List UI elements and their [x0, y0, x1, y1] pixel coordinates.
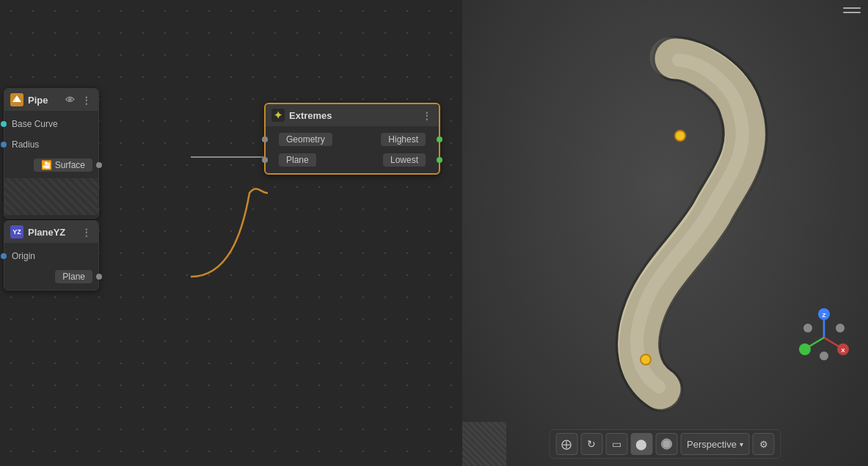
svg-point-8 [799, 343, 811, 355]
planeyz-origin-row: Origin [4, 246, 98, 266]
svg-marker-0 [12, 95, 21, 102]
pipe-base-curve-socket[interactable] [1, 121, 7, 127]
node-extremes[interactable]: ✦ Extremes ⋮ Geometry Highest Plane Lowe… [264, 103, 440, 175]
node-editor: Pipe 👁 ⋮ Base Curve Radius 🎦 Surface [0, 0, 462, 466]
pipe-visibility-icon[interactable]: 👁 [63, 93, 76, 106]
pipe-surface-btn[interactable]: 🎦 Surface [34, 159, 92, 172]
pipe-marker-bottom [641, 354, 651, 365]
viewport-shading-render-btn[interactable] [655, 433, 677, 455]
viewport-fullscreen-btn[interactable]: ▭ [605, 433, 627, 455]
planeyz-origin-label: Origin [4, 251, 43, 261]
svg-text:Z: Z [823, 312, 826, 318]
pipe-radius-label: Radius [4, 139, 46, 150]
extremes-geometry-row: Geometry Highest [266, 129, 439, 150]
extremes-plane-btn[interactable]: Plane [279, 153, 316, 167]
pipe-radius-socket[interactable] [1, 142, 7, 148]
pipe-surface-socket[interactable] [96, 162, 102, 168]
extremes-geometry-socket[interactable] [262, 136, 268, 142]
planeyz-header: YZ PlaneYZ ⋮ [4, 221, 98, 243]
ham-line-2 [843, 12, 861, 13]
extremes-lowest-socket[interactable] [437, 157, 442, 163]
gizmo-svg: Z X [795, 308, 853, 367]
pipe-icon [10, 93, 23, 106]
perspective-label: Perspective [687, 439, 737, 450]
extremes-icon: ✦ [271, 109, 285, 122]
planeyz-plane-socket[interactable] [96, 274, 102, 280]
viewport-cursor-btn[interactable]: ⨁ [555, 433, 577, 455]
pipe-menu-icon[interactable]: ⋮ [79, 93, 92, 106]
pipe-body: Base Curve Radius 🎦 Surface [4, 111, 98, 218]
pipe-actions: 👁 ⋮ [63, 93, 92, 106]
viewport-shading-solid-btn[interactable]: ⬤ [630, 433, 652, 455]
planeyz-body: Origin Plane [4, 243, 98, 290]
node-planeyz[interactable]: YZ PlaneYZ ⋮ Origin Plane [4, 220, 99, 291]
pipe-base-curve-label: Base Curve [4, 119, 65, 129]
extremes-title: Extremes [289, 110, 332, 121]
extremes-body: Geometry Highest Plane Lowest [266, 126, 439, 173]
viewport-hamburger[interactable] [843, 7, 861, 13]
viewport-settings-btn[interactable]: ⚙ [753, 433, 775, 455]
pipe-radius-row: Radius [4, 134, 98, 155]
viewport-toolbar: ⨁ ↻ ▭ ⬤ Perspective ▾ ⚙ [549, 429, 781, 459]
pipe-hatch [4, 178, 98, 215]
viewport-hatch [462, 422, 506, 466]
extremes-actions: ⋮ [420, 109, 433, 122]
extremes-header: ✦ Extremes ⋮ [266, 104, 439, 126]
pipe-base-curve-row: Base Curve [4, 114, 98, 134]
extremes-plane-row: Plane Lowest [266, 150, 439, 170]
ham-line-1 [843, 7, 861, 9]
svg-point-10 [836, 324, 845, 332]
planeyz-title: PlaneYZ [28, 227, 65, 238]
planeyz-icon: YZ [10, 225, 23, 239]
extremes-menu-icon[interactable]: ⋮ [420, 109, 433, 122]
extremes-lowest-btn[interactable]: Lowest [383, 153, 426, 167]
svg-point-11 [803, 324, 812, 332]
pipe-3d-view [462, 0, 868, 466]
planeyz-origin-socket[interactable] [1, 253, 7, 259]
pipe-marker-top [675, 131, 685, 141]
viewport-refresh-btn[interactable]: ↻ [580, 433, 602, 455]
extremes-highest-socket[interactable] [437, 136, 442, 142]
svg-text:X: X [841, 347, 845, 354]
planeyz-plane-row: Plane [4, 266, 98, 287]
planeyz-menu-icon[interactable]: ⋮ [79, 225, 92, 239]
pipe-title: Pipe [28, 95, 48, 106]
node-pipe[interactable]: Pipe 👁 ⋮ Base Curve Radius 🎦 Surface [4, 88, 99, 219]
pipe-surface-row: 🎦 Surface [4, 155, 98, 175]
perspective-dropdown[interactable]: Perspective ▾ [680, 433, 750, 455]
extremes-geometry-btn[interactable]: Geometry [279, 133, 332, 146]
svg-point-9 [820, 352, 828, 360]
planeyz-plane-btn[interactable]: Plane [55, 270, 92, 283]
scene-background [462, 0, 868, 466]
extremes-highest-btn[interactable]: Highest [381, 133, 426, 146]
viewport-gizmo[interactable]: Z X [795, 308, 853, 367]
perspective-chevron-icon: ▾ [740, 440, 743, 448]
viewport: Z X ⨁ ↻ ▭ ⬤ Perspective ▾ ⚙ [462, 0, 868, 466]
pipe-header: Pipe 👁 ⋮ [4, 89, 98, 111]
planeyz-actions: ⋮ [79, 225, 92, 239]
extremes-plane-socket-in[interactable] [262, 157, 268, 163]
